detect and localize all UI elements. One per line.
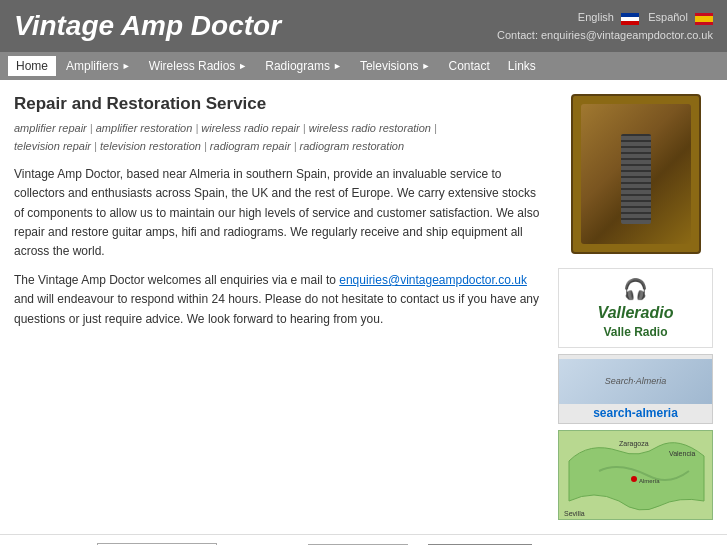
headphone-icon: 🎧 [623,277,648,301]
contact-label: Contact: [497,29,538,41]
nav-wireless-label: Wireless Radios [149,59,236,73]
valle-radio-widget[interactable]: 🎧 Valleradio Valle Radio [558,268,713,348]
contact-paragraph: The Vintage Amp Doctor welcomes all enqu… [14,271,548,329]
map-image: Almería Sevilla Zaragoza Valencia [559,431,712,519]
radio-grille [621,134,651,224]
language-links: English Español [497,11,713,24]
contact-info: Contact: enquiries@vintageampdoctor.co.u… [497,29,713,41]
map-svg: Almería Sevilla Zaragoza Valencia [559,431,713,520]
nav-item-radiograms[interactable]: Radiograms ► [257,56,350,76]
nav-links-label: Links [508,59,536,73]
chevron-right-icon: ► [333,61,342,71]
nav-contact-label: Contact [449,59,490,73]
nav-televisions-label: Televisions [360,59,419,73]
svg-text:Zaragoza: Zaragoza [619,440,649,448]
search-almeria-image: Search·Almeria [559,359,712,404]
vintage-radio-image [571,94,701,254]
search-almeria-logo-text: Search·Almeria [605,376,667,386]
map-widget[interactable]: Almería Sevilla Zaragoza Valencia [558,430,713,520]
uk-flag-icon[interactable] [621,13,639,25]
svg-text:Sevilla: Sevilla [564,510,585,517]
nav-item-televisions[interactable]: Televisions ► [352,56,439,76]
svg-text:Valencia: Valencia [669,450,695,457]
radio-img-inner [581,104,691,244]
es-flag-icon[interactable] [695,13,713,25]
svg-point-1 [631,476,637,482]
service-links: amplifier repair | amplifier restoration… [14,120,548,155]
contact-para-email[interactable]: enquiries@vintageampdoctor.co.uk [339,273,527,287]
chevron-right-icon: ► [122,61,131,71]
contact-email-link[interactable]: enquiries@vintageampdoctor.co.uk [541,29,713,41]
header: Vintage Amp Doctor English Español Conta… [0,0,727,52]
english-lang-label[interactable]: English [578,11,614,23]
navigate-search-bar: Navigate: --> Search: Search the Site [0,534,727,545]
site-title: Vintage Amp Doctor [14,10,281,42]
nav-item-home[interactable]: Home [8,56,56,76]
search-almeria-label[interactable]: search-almeria [593,406,678,420]
page-heading: Repair and Restoration Service [14,94,548,114]
main-content: Repair and Restoration Service amplifier… [0,80,727,534]
nav-radiograms-label: Radiograms [265,59,330,73]
chevron-right-icon: ► [422,61,431,71]
valle-radio-logo: Valleradio [598,304,674,322]
espanol-lang-label[interactable]: Español [648,11,688,23]
nav-item-amplifiers[interactable]: Amplifiers ► [58,56,139,76]
contact-para-start: The Vintage Amp Doctor welcomes all enqu… [14,273,339,287]
content-area: Repair and Restoration Service amplifier… [14,94,548,520]
nav-item-links[interactable]: Links [500,56,544,76]
main-paragraph: Vintage Amp Doctor, based near Almeria i… [14,165,548,261]
nav-item-contact[interactable]: Contact [441,56,498,76]
nav-item-wireless-radios[interactable]: Wireless Radios ► [141,56,256,76]
search-almeria-widget[interactable]: Search·Almeria search-almeria [558,354,713,424]
svg-text:Almería: Almería [639,478,660,484]
header-right: English Español Contact: enquiries@vinta… [497,11,713,40]
nav-home-label: Home [16,59,48,73]
contact-para-end: and will endeavour to respond within 24 … [14,292,539,325]
chevron-right-icon: ► [238,61,247,71]
sidebar: 🎧 Valleradio Valle Radio Search·Almeria … [558,94,713,520]
valle-radio-label[interactable]: Valle Radio [603,325,667,339]
main-nav: Home Amplifiers ► Wireless Radios ► Radi… [0,52,727,80]
nav-amplifiers-label: Amplifiers [66,59,119,73]
